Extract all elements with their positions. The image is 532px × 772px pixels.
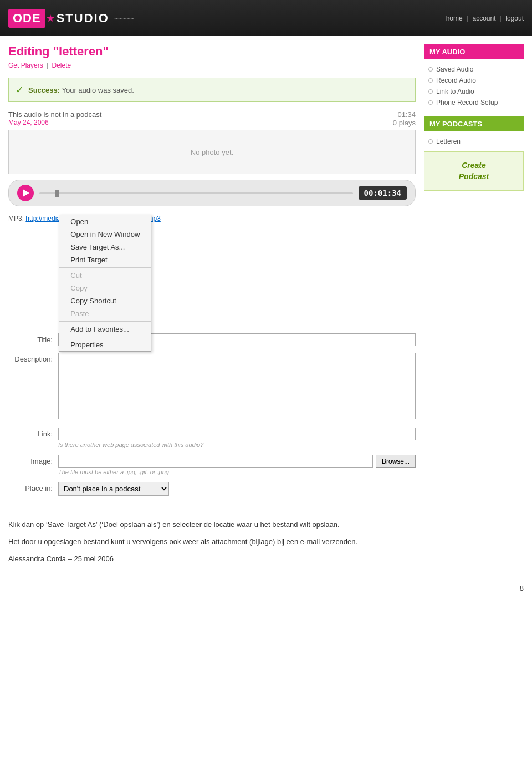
- player-track[interactable]: [39, 192, 353, 194]
- logo-studio-text: STUDIO: [57, 11, 109, 26]
- my-podcasts-section: MY PODCASTS Letteren CreatePodcast: [424, 116, 524, 191]
- place-in-row: Place in: Don't place in a podcast Lette…: [8, 482, 416, 496]
- photo-area: No photo yet.: [8, 130, 416, 174]
- mp3-link-wrapper: http://media.odeo.com/files/5/0/0/428509…: [25, 215, 161, 222]
- context-separator-1: [59, 267, 151, 268]
- sidebar-item-link-to-audio[interactable]: Link to Audio: [424, 86, 524, 97]
- logo: ODE ★ STUDIO ~~~~~: [8, 9, 134, 28]
- phone-record-setup-label: Phone Record Setup: [436, 99, 498, 106]
- nav-separator-2: |: [500, 14, 503, 22]
- link-control: Is there another web page associated wit…: [58, 428, 416, 448]
- audio-date: May 24, 2006: [8, 119, 101, 126]
- account-link[interactable]: account: [472, 14, 495, 22]
- main-container: Editing "letteren" Get Players | Delete …: [0, 36, 532, 511]
- context-add-favorites[interactable]: Add to Favorites...: [59, 323, 151, 336]
- description-textarea[interactable]: [58, 353, 416, 419]
- check-icon: ✓: [16, 84, 24, 96]
- context-properties[interactable]: Properties: [59, 338, 151, 351]
- my-audio-header: MY AUDIO: [424, 44, 524, 59]
- place-in-select[interactable]: Don't place in a podcast Letteren: [58, 482, 169, 496]
- action-separator: |: [47, 62, 50, 69]
- mp3-label: MP3:: [8, 215, 25, 222]
- photo-placeholder-text: No photo yet.: [191, 148, 233, 156]
- title-label: Title:: [8, 333, 58, 344]
- audio-duration: 01:34: [393, 110, 416, 119]
- context-print-target[interactable]: Print Target: [59, 253, 151, 266]
- context-cut: Cut: [59, 269, 151, 282]
- not-in-podcast: This audio is not in a podcast: [8, 110, 101, 119]
- logo-star-icon: ★: [46, 12, 55, 24]
- success-bold: Success:: [28, 86, 60, 94]
- context-copy: Copy: [59, 282, 151, 294]
- image-row: Image: Browse... The file must be either…: [8, 455, 416, 475]
- context-copy-shortcut[interactable]: Copy Shortcut: [59, 294, 151, 307]
- link-hint: Is there another web page associated wit…: [58, 441, 416, 448]
- get-players-link[interactable]: Get Players: [8, 62, 43, 69]
- sidebar-item-saved-audio[interactable]: Saved Audio: [424, 64, 524, 75]
- image-hint: The file must be either a .jpg, .gif, or…: [58, 469, 416, 475]
- page-title: Editing "letteren": [8, 44, 416, 59]
- create-podcast-link[interactable]: CreatePodcast: [433, 160, 515, 182]
- success-box: ✓ Success: Your audio was saved.: [8, 78, 416, 102]
- record-audio-label: Record Audio: [436, 77, 476, 84]
- image-control: Browse... The file must be either a .jpg…: [58, 455, 416, 475]
- mp3-section: MP3: http://media.odeo.com/files/5/0/0/4…: [8, 215, 416, 222]
- place-in-control: Don't place in a podcast Letteren: [58, 482, 416, 496]
- bottom-paragraph-3: Alessandra Corda – 25 mei 2006: [8, 553, 524, 565]
- play-icon: [23, 189, 29, 197]
- delete-link[interactable]: Delete: [52, 62, 71, 69]
- home-link[interactable]: home: [446, 14, 463, 22]
- play-button[interactable]: [17, 185, 34, 201]
- sidebar-bullet-saved-audio: [428, 67, 433, 72]
- player-handle[interactable]: [55, 190, 59, 197]
- context-save-target-as[interactable]: Save Target As...: [59, 241, 151, 253]
- description-row: Description:: [8, 353, 416, 421]
- image-browse-row: Browse...: [58, 455, 416, 468]
- form-area: Title: Description: Link: Is there anoth…: [8, 333, 416, 496]
- page-actions: Get Players | Delete: [8, 62, 416, 69]
- browse-button[interactable]: Browse...: [376, 455, 416, 468]
- sidebar-bullet-phone-record: [428, 100, 433, 105]
- place-in-label: Place in:: [8, 482, 58, 492]
- description-control: [58, 353, 416, 421]
- sidebar-item-letteren[interactable]: Letteren: [424, 136, 524, 147]
- success-text-detail: Your audio was saved.: [60, 86, 134, 94]
- context-separator-2: [59, 321, 151, 322]
- header-nav: home | account | logout: [446, 14, 524, 22]
- success-message: Success: Your audio was saved.: [28, 86, 134, 94]
- sidebar-bullet-letteren: [428, 139, 433, 144]
- image-label: Image:: [8, 455, 58, 465]
- link-row: Link: Is there another web page associat…: [8, 428, 416, 448]
- context-menu: Open Open in New Window Save Target As..…: [59, 215, 151, 352]
- context-open[interactable]: Open: [59, 215, 151, 228]
- bottom-paragraph-2: Het door u opgeslagen bestand kunt u ver…: [8, 536, 524, 548]
- sidebar-bullet-record-audio: [428, 78, 433, 83]
- link-to-audio-label: Link to Audio: [436, 88, 474, 95]
- my-audio-section: MY AUDIO Saved Audio Record Audio Link t…: [424, 44, 524, 108]
- sidebar-item-record-audio[interactable]: Record Audio: [424, 75, 524, 86]
- sidebar-item-phone-record-setup[interactable]: Phone Record Setup: [424, 97, 524, 108]
- link-input[interactable]: [58, 428, 416, 440]
- my-podcasts-header: MY PODCASTS: [424, 116, 524, 131]
- sidebar-bullet-link-audio: [428, 89, 433, 94]
- context-open-new-window[interactable]: Open in New Window: [59, 228, 151, 241]
- image-input[interactable]: [58, 455, 373, 468]
- player-time: 00:01:34: [359, 186, 407, 200]
- description-label: Description:: [8, 353, 58, 363]
- audio-info: This audio is not in a podcast May 24, 2…: [8, 110, 416, 127]
- logo-wave-decoration: ~~~~~: [114, 14, 134, 23]
- right-sidebar: MY AUDIO Saved Audio Record Audio Link t…: [424, 44, 524, 502]
- letteren-label: Letteren: [436, 138, 461, 145]
- audio-right-info: 01:34 0 plays: [393, 110, 416, 127]
- left-content: Editing "letteren" Get Players | Delete …: [8, 44, 416, 502]
- header: ODE ★ STUDIO ~~~~~ home | account | logo…: [0, 0, 532, 36]
- logo-ode-text: ODE: [8, 9, 45, 28]
- bottom-paragraph-1: Klik dan op ‘Save Target As’ (‘Doel opsl…: [8, 519, 524, 531]
- create-podcast-box: CreatePodcast: [424, 151, 524, 191]
- context-separator-3: [59, 337, 151, 337]
- audio-left-info: This audio is not in a podcast May 24, 2…: [8, 110, 101, 127]
- audio-player[interactable]: 00:01:34: [8, 180, 416, 206]
- link-label: Link:: [8, 428, 58, 438]
- nav-separator-1: |: [467, 14, 470, 22]
- logout-link[interactable]: logout: [505, 14, 524, 22]
